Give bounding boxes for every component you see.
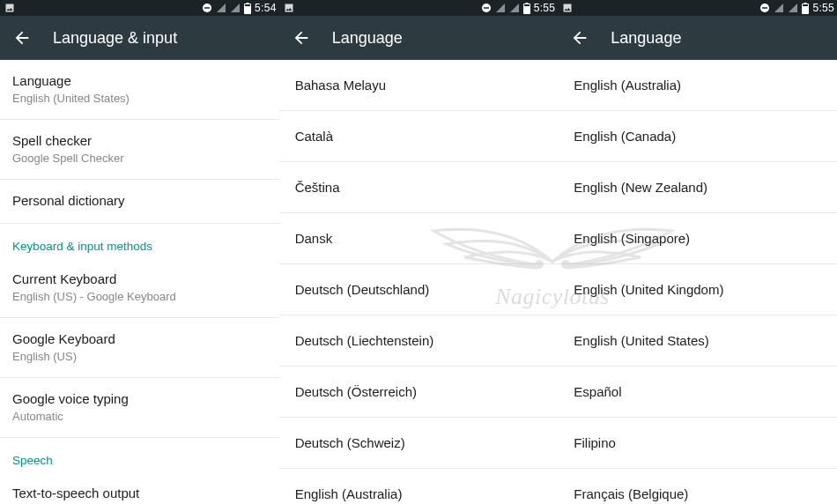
svg-rect-14	[803, 4, 808, 6]
language-option[interactable]: Filipino	[558, 418, 837, 469]
language-option[interactable]: Dansk	[279, 213, 559, 264]
setting-google-voice-typing[interactable]: Google voice typing Automatic	[0, 378, 279, 438]
signal-icon-2	[509, 3, 520, 13]
language-option[interactable]: Deutsch (Schweiz)	[279, 418, 559, 469]
language-option[interactable]: English (New Zealand)	[558, 162, 837, 213]
section-keyboard-header: Keyboard & input methods	[0, 224, 279, 258]
svg-rect-11	[762, 7, 767, 9]
section-speech-header: Speech	[0, 438, 279, 472]
status-bar: 5:55	[279, 0, 559, 16]
language-option[interactable]: Català	[279, 111, 559, 162]
signal-icon	[216, 3, 226, 13]
setting-language[interactable]: Language English (United States)	[0, 60, 279, 120]
signal-icon	[495, 3, 506, 13]
setting-tts-output[interactable]: Text-to-speech output	[0, 472, 279, 504]
page-title: Language	[611, 29, 681, 48]
image-icon	[284, 3, 294, 13]
svg-rect-6	[484, 7, 489, 9]
language-option[interactable]: English (Singapore)	[558, 213, 837, 264]
svg-rect-9	[524, 4, 530, 6]
dnd-icon	[481, 3, 492, 13]
language-option[interactable]: Čeština	[279, 162, 559, 213]
setting-label: Text-to-speech output	[12, 485, 267, 502]
setting-personal-dictionary[interactable]: Personal dictionary	[0, 180, 279, 223]
page-title: Language & input	[53, 29, 177, 48]
back-button[interactable]	[12, 28, 32, 48]
setting-label: Current Keyboard	[12, 271, 267, 288]
setting-label: Google voice typing	[12, 390, 267, 408]
language-option[interactable]: English (Australia)	[558, 60, 837, 111]
screen-language-input: 5:54 Language & input Language English (…	[0, 0, 279, 504]
language-option[interactable]: Deutsch (Liechtenstein)	[279, 315, 559, 367]
status-time: 5:55	[812, 2, 834, 14]
settings-list[interactable]: Language English (United States) Spell c…	[0, 60, 279, 504]
setting-label: Google Keyboard	[12, 330, 267, 348]
signal-icon-2	[788, 3, 798, 13]
signal-icon-2	[230, 3, 241, 13]
language-option[interactable]: Bahasa Melayu	[279, 60, 559, 111]
language-option[interactable]: English (United States)	[558, 315, 837, 367]
action-bar: Language & input	[0, 16, 279, 60]
status-bar: 5:55	[558, 0, 837, 16]
setting-sublabel: Google Spell Checker	[12, 152, 267, 167]
battery-icon	[802, 3, 809, 14]
svg-rect-4	[245, 4, 250, 6]
setting-sublabel: English (US)	[12, 350, 267, 365]
action-bar: Language	[279, 16, 559, 60]
language-list[interactable]: English (Australia) English (Canada) Eng…	[558, 60, 837, 504]
language-option[interactable]: Español	[558, 367, 837, 418]
svg-rect-13	[804, 3, 807, 4]
setting-google-keyboard[interactable]: Google Keyboard English (US)	[0, 318, 279, 378]
setting-label: Spell checker	[12, 132, 267, 150]
setting-current-keyboard[interactable]: Current Keyboard English (US) - Google K…	[0, 258, 279, 318]
svg-rect-3	[247, 3, 249, 4]
action-bar: Language	[558, 16, 837, 60]
status-time: 5:54	[255, 2, 277, 14]
language-option[interactable]: Deutsch (Österreich)	[279, 367, 559, 418]
setting-sublabel: English (United States)	[12, 92, 267, 107]
language-option[interactable]: Deutsch (Deutschland)	[279, 264, 559, 315]
language-list[interactable]: Bahasa Melayu Català Čeština Dansk Deuts…	[279, 60, 559, 504]
dnd-icon	[759, 3, 770, 13]
image-icon	[562, 3, 573, 13]
setting-sublabel: English (US) - Google Keyboard	[12, 290, 267, 305]
status-bar: 5:54	[0, 0, 279, 16]
language-option[interactable]: English (Australia)	[279, 469, 559, 504]
setting-spell-checker[interactable]: Spell checker Google Spell Checker	[0, 120, 279, 180]
screen-language-list-a: 5:55 Language Bahasa Melayu Català Češti…	[279, 0, 559, 504]
battery-icon	[244, 3, 251, 14]
signal-icon	[774, 3, 784, 13]
setting-label: Personal dictionary	[12, 192, 267, 210]
page-title: Language	[332, 29, 403, 48]
language-option[interactable]: Français (Belgique)	[558, 469, 837, 504]
svg-rect-1	[204, 7, 210, 9]
screen-language-list-b: 5:55 Language English (Australia) Englis…	[558, 0, 837, 504]
back-button[interactable]	[570, 28, 589, 48]
svg-rect-8	[525, 3, 528, 4]
language-option[interactable]: English (Canada)	[558, 111, 837, 162]
image-icon	[4, 3, 15, 13]
battery-icon	[523, 3, 530, 14]
back-button[interactable]	[292, 28, 311, 48]
language-option[interactable]: English (United Kingdom)	[558, 264, 837, 315]
setting-sublabel: Automatic	[12, 410, 267, 425]
dnd-icon	[202, 3, 212, 13]
status-time: 5:55	[534, 2, 556, 14]
setting-label: Language	[12, 72, 267, 90]
